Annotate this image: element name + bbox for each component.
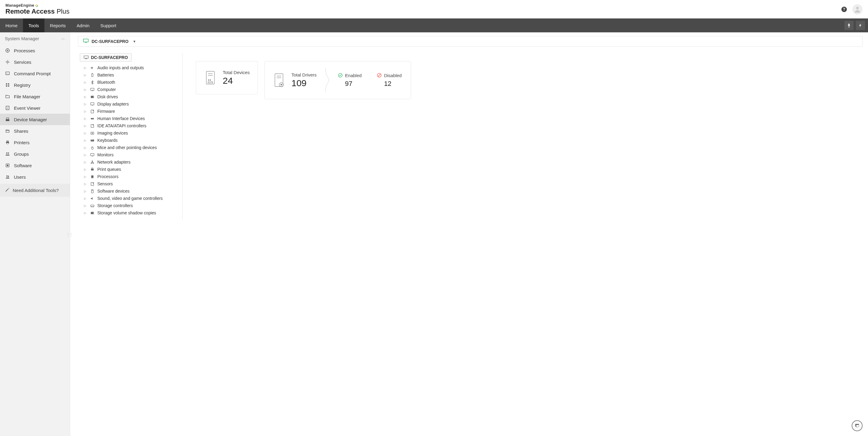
svg-rect-52 — [92, 156, 93, 156]
tree-item[interactable]: ▷Computer — [80, 86, 179, 93]
splitter-handle[interactable]: ⋮⋮ — [66, 233, 72, 237]
svg-rect-16 — [7, 141, 8, 142]
rocket-button[interactable] — [844, 21, 854, 30]
tree-item[interactable]: ▷Batteries — [80, 71, 179, 79]
caret-right-icon: ▷ — [84, 95, 87, 98]
sidebar-item-label: File Manager — [14, 94, 40, 99]
tree-item[interactable]: ▷Sensors — [80, 180, 179, 187]
sidebar-header[interactable]: System Manager ︿ — [0, 32, 70, 45]
svg-rect-27 — [85, 58, 87, 59]
tree-item[interactable]: ▷Audio inputs and outputs — [80, 64, 179, 71]
sidebar-item-software[interactable]: Software — [0, 159, 70, 171]
disabled-label: Disabled — [384, 73, 402, 78]
total-drivers-text: Total Drivers 109 — [291, 72, 316, 88]
tree-item-label: Human Interface Devices — [97, 116, 145, 121]
svg-rect-30 — [90, 88, 94, 90]
tree-item[interactable]: ▷Processors — [80, 173, 179, 180]
tree-item[interactable]: ▷Sound, video and game controllers — [80, 195, 179, 202]
sidebar-item-command-prompt[interactable]: >_Command Prompt — [0, 68, 70, 79]
caret-right-icon: ▷ — [84, 182, 87, 186]
driver-total-group: Total Drivers 109 — [273, 72, 325, 88]
device-category-icon — [89, 182, 95, 186]
device-category-icon — [89, 138, 95, 143]
sidebar-item-label: Shares — [14, 128, 28, 134]
sidebar-item-groups[interactable]: Groups — [0, 148, 70, 159]
total-drivers-label: Total Drivers — [291, 72, 316, 78]
svg-rect-47 — [92, 140, 92, 140]
caret-right-icon: ▷ — [84, 146, 87, 149]
tree-item[interactable]: ▷Display adapters — [80, 100, 179, 108]
svg-point-78 — [210, 80, 211, 81]
tree-item-label: Keyboards — [97, 138, 118, 143]
svg-point-23 — [8, 176, 9, 177]
sidebar-item-label: Registry — [14, 83, 31, 88]
sidebar-item-processes[interactable]: Processes — [0, 45, 70, 56]
tree-root[interactable]: DC-SURFACEPRO — [80, 53, 132, 62]
sidebar-header-label: System Manager — [5, 36, 39, 41]
svg-rect-6 — [6, 83, 7, 85]
svg-rect-12 — [6, 119, 9, 121]
tree-item[interactable]: ▷Storage volume shadow copies — [80, 209, 179, 216]
tree-item[interactable]: ▷Firmware — [80, 108, 179, 115]
tree-item[interactable]: ▷Mice and other pointing devices — [80, 144, 179, 151]
sidebar-footer[interactable]: Need Additional Tools? — [0, 184, 70, 197]
nav-item-admin[interactable]: Admin — [71, 19, 95, 32]
top-nav: HomeToolsReportsAdminSupport — [0, 19, 868, 32]
nav-item-home[interactable]: Home — [0, 19, 23, 32]
user-avatar[interactable] — [852, 4, 863, 14]
tree-item-label: Storage volume shadow copies — [97, 210, 156, 215]
svg-rect-60 — [91, 175, 93, 178]
sidebar-item-event-viewer[interactable]: x!Event Viewer — [0, 102, 70, 114]
svg-point-66 — [92, 183, 93, 183]
svg-point-71 — [92, 206, 93, 207]
tree-item[interactable]: ▷Keyboards — [80, 137, 179, 144]
svg-rect-51 — [90, 153, 94, 156]
tree-item[interactable]: ▷Imaging devices — [80, 129, 179, 137]
sidebar-item-printers[interactable]: Printers — [0, 137, 70, 148]
bolt-button[interactable] — [856, 21, 865, 30]
stats-area: Total Devices 24 Total Drivers 109 — [183, 53, 863, 99]
tree-item-label: Disk drives — [97, 94, 118, 99]
tree-item[interactable]: ▷Human Interface Devices — [80, 115, 179, 122]
tree-item-label: Monitors — [97, 152, 114, 157]
tree-item-label: Display adapters — [97, 101, 129, 107]
tree-item[interactable]: ▷Print queues — [80, 166, 179, 173]
chat-fab[interactable] — [852, 420, 863, 431]
sidebar-item-device-manager[interactable]: Device Manager — [0, 114, 70, 125]
tree-item[interactable]: ▷Network adapters — [80, 158, 179, 166]
tree-item[interactable]: ▷Software devices — [80, 187, 179, 195]
machine-selector[interactable]: DC-SURFACEPRO ▼ — [78, 36, 863, 47]
svg-rect-59 — [92, 168, 93, 169]
tree-item[interactable]: ▷Bluetooth — [80, 79, 179, 86]
tree-item[interactable]: ▷Monitors — [80, 151, 179, 158]
svg-rect-48 — [92, 140, 92, 140]
help-icon[interactable]: ? — [841, 7, 847, 12]
caret-right-icon: ▷ — [84, 139, 87, 142]
sidebar-item-file-manager[interactable]: File Manager — [0, 91, 70, 102]
svg-rect-25 — [85, 42, 87, 43]
caret-right-icon: ▷ — [84, 88, 87, 91]
enabled-label: Enabled — [345, 73, 362, 78]
tree-item-label: Processors — [97, 174, 119, 179]
sidebar-item-services[interactable]: Services — [0, 56, 70, 68]
sidebar-item-users[interactable]: Users — [0, 171, 70, 183]
svg-rect-58 — [91, 169, 94, 170]
nav-item-reports[interactable]: Reports — [44, 19, 71, 32]
tree-item[interactable]: ▷Storage controllers — [80, 202, 179, 209]
tree-item[interactable]: ▷Disk drives — [80, 93, 179, 100]
nav-item-tools[interactable]: Tools — [23, 19, 44, 32]
svg-text:x!: x! — [7, 107, 8, 109]
svg-rect-68 — [92, 190, 93, 191]
svg-rect-8 — [6, 85, 7, 86]
sidebar-item-registry[interactable]: Registry — [0, 79, 70, 91]
svg-line-87 — [378, 74, 380, 77]
caret-right-icon: ▷ — [84, 175, 87, 178]
tree-item-label: Print queues — [97, 167, 121, 172]
tree-item[interactable]: ▷IDE ATA/ATAPI controllers — [80, 122, 179, 129]
sidebar-item-shares[interactable]: Shares — [0, 125, 70, 137]
total-drivers-card: Total Drivers 109 Enabled — [265, 61, 411, 99]
brand-main-bold: Remote Access — [5, 7, 55, 15]
tower-disc-icon — [273, 73, 285, 87]
nav-item-support[interactable]: Support — [95, 19, 122, 32]
caret-right-icon: ▷ — [84, 117, 87, 120]
